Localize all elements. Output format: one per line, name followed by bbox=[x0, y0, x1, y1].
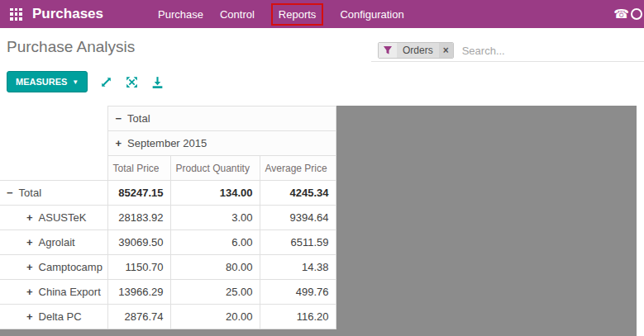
main-menu: Purchase Control Reports Configuration bbox=[158, 3, 404, 26]
table-row-china-export: +China Export 13966.29 25.00 499.76 bbox=[0, 280, 336, 305]
expand-icon[interactable]: + bbox=[26, 286, 33, 298]
search-facet: Orders × bbox=[378, 42, 454, 59]
col-group-september-2015[interactable]: +September 2015 bbox=[107, 131, 336, 156]
measures-button[interactable]: MEASURES ▼ bbox=[7, 71, 88, 92]
cell-product-quantity: 6.00 bbox=[170, 230, 260, 255]
content-area: −Total +September 2015 Total Price Produ… bbox=[0, 106, 644, 336]
expand-icon[interactable]: + bbox=[26, 310, 33, 323]
pivot-table: −Total +September 2015 Total Price Produ… bbox=[0, 106, 336, 329]
row-label: Agrolait bbox=[39, 236, 75, 248]
download-icon[interactable] bbox=[150, 75, 165, 89]
menu-item-purchase[interactable]: Purchase bbox=[158, 8, 203, 21]
measures-button-label: MEASURES bbox=[16, 77, 67, 87]
table-row-asustek: +ASUSTeK 28183.92 3.00 9394.64 bbox=[0, 206, 336, 230]
cell-total-price: 39069.50 bbox=[107, 230, 170, 255]
cell-total-price: 28183.92 bbox=[107, 206, 170, 230]
menu-item-control[interactable]: Control bbox=[220, 8, 255, 21]
row-label: Camptocamp bbox=[39, 261, 103, 273]
measure-header-average-price[interactable]: Average Price bbox=[260, 156, 336, 181]
table-row-agrolait: +Agrolait 39069.50 6.00 6511.59 bbox=[0, 230, 336, 255]
table-row-camptocamp: +Camptocamp 1150.70 80.00 14.38 bbox=[0, 255, 336, 280]
filter-funnel-icon bbox=[379, 43, 397, 58]
cell-total-price: 13966.29 bbox=[107, 280, 170, 305]
cell-average-price: 6511.59 bbox=[260, 230, 336, 255]
row-header-delta-pc[interactable]: +Delta PC bbox=[0, 305, 107, 329]
search-input[interactable] bbox=[462, 45, 644, 57]
cell-product-quantity: 134.00 bbox=[170, 181, 260, 206]
expand-icon[interactable]: + bbox=[26, 236, 33, 248]
collapse-icon[interactable]: − bbox=[116, 112, 122, 125]
row-header-china-export[interactable]: +China Export bbox=[0, 280, 107, 305]
caret-down-icon: ▼ bbox=[72, 78, 79, 86]
cell-average-price: 14.38 bbox=[260, 255, 336, 280]
row-label: Delta PC bbox=[39, 310, 82, 323]
col-group-total[interactable]: −Total bbox=[107, 106, 336, 131]
cell-product-quantity: 20.00 bbox=[170, 305, 260, 329]
expand-icon[interactable]: + bbox=[26, 261, 33, 273]
menu-item-reports[interactable]: Reports bbox=[271, 3, 324, 26]
clipped-icon[interactable] bbox=[631, 8, 642, 20]
page-title: Purchase Analysis bbox=[7, 38, 135, 56]
app-title[interactable]: Purchases bbox=[32, 6, 103, 22]
cell-product-quantity: 80.00 bbox=[170, 255, 260, 280]
row-label: Total bbox=[19, 187, 41, 199]
cell-total-price: 85247.15 bbox=[107, 181, 170, 206]
cell-average-price: 9394.64 bbox=[260, 206, 336, 230]
cell-product-quantity: 25.00 bbox=[170, 280, 260, 305]
col-group-month-label: September 2015 bbox=[127, 137, 207, 149]
measure-header-total-price[interactable]: Total Price bbox=[107, 156, 170, 181]
search-bar[interactable]: Orders × bbox=[371, 40, 644, 62]
cell-total-price: 1150.70 bbox=[107, 255, 170, 280]
app-window: Purchases Purchase Control Reports Confi… bbox=[0, 0, 644, 336]
row-header-camptocamp[interactable]: +Camptocamp bbox=[0, 255, 107, 280]
row-header-total[interactable]: −Total bbox=[0, 181, 107, 206]
expand-all-icon[interactable] bbox=[125, 75, 139, 89]
cell-average-price: 4245.34 bbox=[260, 181, 336, 206]
expand-icon[interactable]: + bbox=[26, 211, 33, 224]
collapse-icon[interactable]: − bbox=[7, 187, 13, 199]
control-panel: Purchase Analysis Orders × MEASURES ▼ bbox=[0, 28, 644, 106]
phone-icon[interactable]: ☎ bbox=[613, 7, 629, 21]
facet-label: Orders bbox=[397, 43, 439, 58]
row-label: China Export bbox=[39, 286, 101, 298]
pivot-toolbar: MEASURES ▼ bbox=[7, 71, 165, 92]
scrollbar-track[interactable] bbox=[637, 106, 644, 336]
top-navbar: Purchases Purchase Control Reports Confi… bbox=[0, 0, 644, 28]
facet-remove-icon[interactable]: × bbox=[439, 43, 453, 58]
row-header-asustek[interactable]: +ASUSTeK bbox=[0, 206, 107, 230]
apps-grid-icon[interactable] bbox=[10, 8, 22, 21]
col-group-row-total: −Total bbox=[0, 106, 336, 131]
pivot-corner-cell bbox=[0, 106, 107, 181]
col-group-total-label: Total bbox=[127, 112, 150, 125]
table-row-delta-pc: +Delta PC 2876.74 20.00 116.20 bbox=[0, 305, 336, 329]
cell-average-price: 499.76 bbox=[260, 280, 336, 305]
expand-icon[interactable]: + bbox=[116, 137, 122, 149]
flip-axis-icon[interactable] bbox=[99, 75, 113, 89]
menu-item-configuration[interactable]: Configuration bbox=[340, 8, 403, 21]
row-header-agrolait[interactable]: +Agrolait bbox=[0, 230, 107, 255]
pivot-table-container: −Total +September 2015 Total Price Produ… bbox=[0, 106, 336, 329]
table-row-total: −Total 85247.15 134.00 4245.34 bbox=[0, 181, 336, 206]
measure-header-product-quantity[interactable]: Product Quantity bbox=[170, 156, 260, 181]
row-label: ASUSTeK bbox=[39, 211, 87, 224]
cell-product-quantity: 3.00 bbox=[170, 206, 260, 230]
cell-average-price: 116.20 bbox=[260, 305, 336, 329]
cell-total-price: 2876.74 bbox=[107, 305, 170, 329]
navbar-right-icons: ☎ bbox=[613, 0, 629, 28]
